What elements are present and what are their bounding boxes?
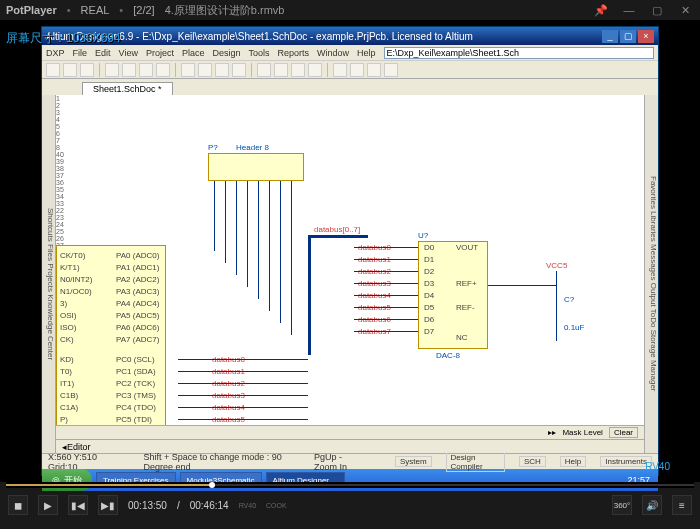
- prev-button[interactable]: ▮◀: [68, 495, 88, 515]
- wire: [178, 395, 308, 396]
- footer-help[interactable]: Help: [560, 456, 586, 467]
- label: D2: [424, 267, 434, 276]
- label: 35: [56, 186, 644, 193]
- clear-button[interactable]: Clear: [609, 427, 638, 438]
- address-field[interactable]: [384, 47, 654, 59]
- editor-tab[interactable]: ◂ Editor: [56, 439, 644, 453]
- label: D4: [424, 291, 434, 300]
- altium-close[interactable]: ×: [638, 30, 654, 43]
- player-titlebar: PotPlayer • REAL • [2/2] 4.原理图设计进阶b.rmvb…: [0, 0, 700, 20]
- tool-button[interactable]: [181, 63, 195, 77]
- tool-button[interactable]: [367, 63, 381, 77]
- tool-button[interactable]: [308, 63, 322, 77]
- play-button[interactable]: ▶: [38, 495, 58, 515]
- tool-button[interactable]: [63, 63, 77, 77]
- wire: [178, 371, 308, 372]
- tool-button[interactable]: [198, 63, 212, 77]
- tool-button[interactable]: [46, 63, 60, 77]
- tool-button[interactable]: [80, 63, 94, 77]
- time-current: 00:13:50: [128, 500, 167, 511]
- tool-button[interactable]: [350, 63, 364, 77]
- label: 8: [56, 144, 644, 151]
- menu-place[interactable]: Place: [182, 48, 205, 58]
- tool-button[interactable]: [291, 63, 305, 77]
- cap-ref: C?: [564, 295, 574, 304]
- menu-button[interactable]: ≡: [672, 495, 692, 515]
- menu-help[interactable]: Help: [357, 48, 376, 58]
- label: PA7 (ADC7): [116, 335, 159, 344]
- tool-button[interactable]: [156, 63, 170, 77]
- label: ISO): [60, 323, 76, 332]
- tool-button[interactable]: [122, 63, 136, 77]
- menu-view[interactable]: View: [119, 48, 138, 58]
- wire: [556, 271, 557, 341]
- mask-row: ▸▸ Mask Level Clear: [56, 425, 644, 439]
- header-block[interactable]: [208, 153, 304, 181]
- label: 2: [56, 102, 644, 109]
- dac-ref: U?: [418, 231, 428, 240]
- play-mode: REAL: [81, 4, 110, 16]
- schematic-canvas[interactable]: P? Header 8 U? DAC-8 databus[0..7] VCC5: [56, 95, 644, 453]
- tool-button[interactable]: [333, 63, 347, 77]
- tool-button[interactable]: [384, 63, 398, 77]
- minimize-button[interactable]: —: [620, 3, 638, 17]
- doc-tab[interactable]: Sheet1.SchDoc *: [82, 82, 173, 95]
- next-button[interactable]: ▶▮: [98, 495, 118, 515]
- label: 1: [56, 95, 644, 102]
- label: PA3 (ADC3): [116, 287, 159, 296]
- menu-window[interactable]: Window: [317, 48, 349, 58]
- playlist-index: [2/2]: [133, 4, 154, 16]
- tool-button[interactable]: [215, 63, 229, 77]
- menu-reports[interactable]: Reports: [277, 48, 309, 58]
- label: PA4 (ADC4): [116, 299, 159, 308]
- label: 36: [56, 179, 644, 186]
- label: C1B): [60, 391, 78, 400]
- label: PA0 (ADC0): [116, 251, 159, 260]
- label: PA2 (ADC2): [116, 275, 159, 284]
- menu-design[interactable]: Design: [212, 48, 240, 58]
- tool-button[interactable]: [105, 63, 119, 77]
- altium-min[interactable]: _: [602, 30, 618, 43]
- wire: [354, 271, 418, 272]
- altium-window: Altium Designer 6.9 - E:\Dxp_Keil\exampl…: [41, 26, 659, 476]
- label: PC2 (TCK): [116, 379, 155, 388]
- label: T0): [60, 367, 72, 376]
- tool-button[interactable]: [274, 63, 288, 77]
- menu-tools[interactable]: Tools: [248, 48, 269, 58]
- menu-file[interactable]: File: [73, 48, 88, 58]
- vr-button[interactable]: 360°: [612, 495, 632, 515]
- wire: [214, 181, 215, 251]
- altium-toolbar: [42, 61, 658, 79]
- label: D5: [424, 303, 434, 312]
- wire: [269, 181, 270, 311]
- maximize-button[interactable]: ▢: [648, 3, 666, 17]
- progress-bar[interactable]: [6, 482, 694, 488]
- footer-design[interactable]: Design Compiler: [446, 452, 505, 472]
- close-button[interactable]: ✕: [676, 3, 694, 17]
- wire: [291, 181, 292, 335]
- footer-sch[interactable]: SCH: [519, 456, 546, 467]
- label: K/T1): [60, 263, 80, 272]
- tool-button[interactable]: [257, 63, 271, 77]
- menu-project[interactable]: Project: [146, 48, 174, 58]
- side-panel-left[interactable]: Shortcuts Files Projects Knowledge Cente…: [42, 95, 56, 453]
- wire: [354, 259, 418, 260]
- menu-dxp[interactable]: DXP: [46, 48, 65, 58]
- menu-edit[interactable]: Edit: [95, 48, 111, 58]
- tool-button[interactable]: [232, 63, 246, 77]
- altium-max[interactable]: ▢: [620, 30, 636, 43]
- altium-titlebar: Altium Designer 6.9 - E:\Dxp_Keil\exampl…: [42, 27, 658, 45]
- volume-button[interactable]: 🔊: [642, 495, 662, 515]
- pin-button[interactable]: 📌: [592, 3, 610, 17]
- altium-statusbar: X:560 Y:510 Grid:10 Shift + Space to cha…: [42, 453, 658, 469]
- cap-val: 0.1uF: [564, 323, 584, 332]
- wire: [488, 285, 556, 286]
- wire: [178, 419, 308, 420]
- side-panel-right[interactable]: Favorites Libraries Messages Output ToDo…: [644, 95, 658, 453]
- label: 34: [56, 193, 644, 200]
- footer-system[interactable]: System: [395, 456, 432, 467]
- wire: [354, 319, 418, 320]
- stop-button[interactable]: ◼: [8, 495, 28, 515]
- tool-button[interactable]: [139, 63, 153, 77]
- wire: [225, 181, 226, 263]
